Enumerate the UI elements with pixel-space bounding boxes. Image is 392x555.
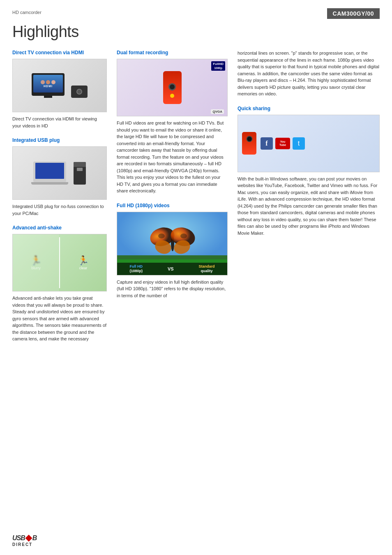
usb-b-text: B	[32, 534, 37, 542]
fullhd-comparison-overlay: Full HD (1080p) VS Standard quality	[117, 263, 227, 275]
feature-usb-title: Integrated USB plug	[12, 137, 107, 143]
feature-fullhd-desc: Capture and enjoy videos in full high de…	[117, 279, 228, 299]
laptop-shape	[33, 162, 66, 182]
vs-label: VS	[168, 266, 174, 271]
feature-antishake-image: 🏃 blurry 🏃 clear	[12, 234, 107, 291]
feature-usb-desc: Integrated USB plug for no-fuss connecti…	[12, 203, 107, 217]
feature-fullhd: Full HD (1080p) videos	[117, 203, 228, 299]
youtube-icon: YouTube	[275, 138, 290, 149]
feature-antishake-desc: Advanced anti-shake lets you take great …	[12, 295, 107, 342]
feature-fullhd-title: Full HD (1080p) videos	[117, 203, 228, 208]
feature-quick-sharing: Quick sharing f	[238, 106, 380, 237]
main-content: Direct TV connection via HDMI	[12, 50, 380, 351]
feature-dual-format-image: FullHD1080p QVGA	[117, 59, 228, 116]
tv-shape: HDMI	[32, 73, 65, 96]
feature-antishake: Advanced anti-shake 🏃 blurry	[12, 225, 107, 342]
header: HD camcorder CAM300GY/00	[12, 8, 380, 19]
standard-quality-label: Standard quality	[199, 264, 215, 273]
red-camera-lens	[168, 83, 176, 90]
fullhd-image-placeholder: Full HD (1080p) VS Standard quality	[117, 212, 228, 275]
product-category: HD camcorder	[12, 8, 42, 15]
hdmi-label: HDMI	[44, 85, 53, 88]
middle-column: Dual format recording FullHD1080p	[117, 50, 228, 307]
left-column: Direct TV connection via HDMI	[12, 50, 107, 351]
feature-dual-format: Dual format recording FullHD1080p	[117, 50, 228, 194]
qvga-badge: QVGA	[211, 109, 224, 114]
twitter-icon: t	[293, 137, 305, 150]
right-column: horizontal lines on screen. "p" stands f…	[238, 50, 380, 245]
feature-fullhd-image: Full HD (1080p) VS Standard quality	[117, 212, 228, 275]
page-footer: USB B DIRECT	[12, 534, 37, 547]
fullhd-badge: FullHD1080p	[211, 61, 225, 71]
usb-direct-logo: USB B DIRECT	[12, 534, 37, 547]
usb-device-shape	[74, 162, 86, 185]
hdmi-image-placeholder: HDMI	[12, 59, 107, 112]
usb-image-placeholder	[12, 146, 107, 200]
fullhd-left-label: Full HD (1080p)	[129, 264, 143, 273]
feature-quick-sharing-title: Quick sharing	[238, 106, 380, 111]
feature-usb: Integrated USB plug	[12, 137, 107, 217]
tv-stand	[44, 96, 52, 98]
product-model: CAM300GY/00	[327, 8, 380, 19]
feature-usb-image	[12, 146, 107, 200]
feature-quick-sharing-image: f YouTube t	[238, 115, 380, 172]
facebook-icon: f	[261, 137, 273, 150]
page-wrapper: HD camcorder CAM300GY/00 Highlights Dire…	[0, 0, 392, 555]
sharing-image-placeholder: f YouTube t	[238, 115, 380, 172]
svg-point-9	[180, 234, 187, 238]
continued-text: horizontal lines on screen. "p" stands f…	[238, 50, 380, 97]
svg-point-8	[158, 234, 165, 238]
feature-direct-tv-image: HDMI	[12, 59, 107, 112]
feature-direct-tv: Direct TV connection via HDMI	[12, 50, 107, 129]
feature-quick-sharing-desc: With the built-in Windows software, you …	[238, 176, 380, 237]
usb-logo-top: USB B	[12, 534, 37, 542]
usb-direct-text: DIRECT	[12, 542, 32, 547]
feature-antishake-title: Advanced anti-shake	[12, 225, 107, 231]
laptop-screen	[35, 163, 64, 179]
feature-direct-tv-desc: Direct TV connection via HDMI for viewin…	[12, 116, 107, 129]
red-camera	[163, 71, 182, 104]
camera-lens	[76, 89, 82, 95]
feature-dual-format-title: Dual format recording	[117, 50, 228, 56]
feature-direct-tv-title: Direct TV connection via HDMI	[12, 50, 107, 56]
dual-image-placeholder: FullHD1080p QVGA	[117, 59, 228, 116]
red-camera-btn	[170, 94, 174, 98]
antishake-image-placeholder: 🏃 blurry 🏃 clear	[12, 234, 107, 291]
tv-screen: HDMI	[33, 75, 63, 92]
feature-dual-format-desc: Full HD videos are great for watching on…	[117, 120, 228, 194]
usb-diamond-icon	[25, 535, 32, 542]
usb-text: USB	[12, 534, 25, 542]
camera-shape	[71, 86, 88, 98]
svg-rect-2	[117, 255, 227, 259]
page-title: Highlights	[12, 23, 380, 41]
